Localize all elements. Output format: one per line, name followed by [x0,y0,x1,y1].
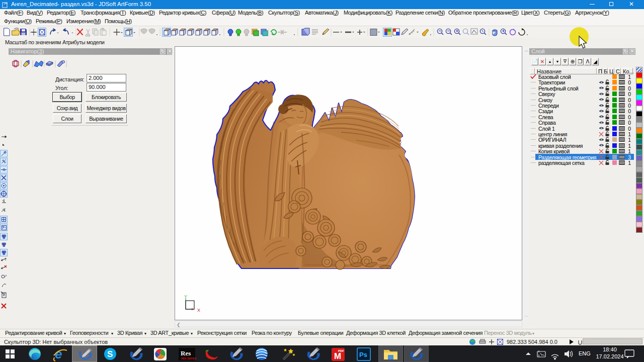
svg-text:X: X [197,308,200,313]
svg-text:e: e [55,346,62,361]
svg-text:PDF: PDF [338,349,344,352]
svg-text:RED SERIES: RED SERIES [181,357,197,360]
svg-text:Ps: Ps [359,351,367,358]
svg-text:M: M [334,351,341,361]
svg-text:S: S [107,349,113,359]
svg-text:Res: Res [181,349,191,357]
